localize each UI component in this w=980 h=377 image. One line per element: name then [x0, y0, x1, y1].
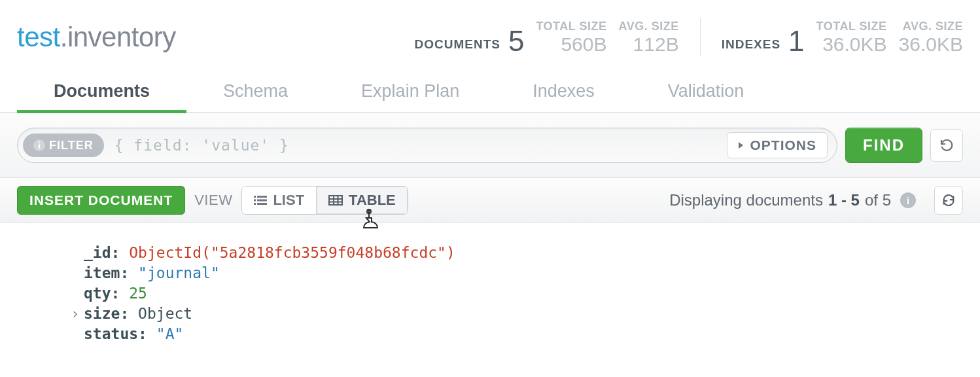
view-label: VIEW: [194, 192, 232, 209]
svg-rect-2: [39, 142, 40, 143]
documents-avg-size: 112B: [633, 33, 679, 56]
info-icon: [33, 139, 45, 151]
doc-field-id[interactable]: _id: ObjectId("5a2818fcb3559f048b68fcdc"…: [84, 243, 980, 263]
tab-indexes[interactable]: Indexes: [496, 73, 631, 112]
info-icon[interactable]: i: [900, 192, 916, 208]
collection-title: test.inventory: [17, 22, 176, 53]
svg-rect-9: [329, 196, 342, 205]
doc-field-qty[interactable]: qty: 25: [84, 283, 980, 304]
reset-button[interactable]: [930, 129, 963, 162]
caret-right-icon: [738, 141, 744, 149]
view-toggle: LIST TABLE: [241, 186, 408, 215]
pagination: Displaying documents 1 - 5 of 5 i: [669, 186, 963, 215]
insert-document-button[interactable]: INSERT DOCUMENT: [17, 186, 185, 215]
list-icon: [254, 195, 267, 206]
collection-name: inventory: [67, 22, 176, 52]
tab-validation[interactable]: Validation: [631, 73, 781, 112]
refresh-icon: [941, 193, 956, 207]
refresh-button[interactable]: [934, 186, 963, 215]
svg-rect-8: [257, 203, 267, 205]
filter-placeholder: { field: 'value' }: [114, 137, 289, 154]
find-button[interactable]: FIND: [845, 128, 922, 163]
options-button[interactable]: OPTIONS: [727, 132, 828, 158]
svg-rect-1: [39, 144, 40, 149]
tab-schema[interactable]: Schema: [186, 73, 324, 112]
svg-rect-3: [254, 196, 256, 198]
doc-field-status[interactable]: status: "A": [84, 324, 980, 344]
list-view-button[interactable]: LIST: [242, 187, 316, 214]
indexes-total-size: 36.0KB: [822, 33, 886, 56]
table-icon: [328, 195, 343, 206]
chevron-right-icon[interactable]: ›: [71, 304, 84, 324]
documents-stat: DOCUMENTS 5 TOTAL SIZE 560B AVG. SIZE 11…: [415, 20, 679, 56]
db-name: test: [17, 22, 60, 52]
indexes-stat: INDEXES 1 TOTAL SIZE 36.0KB AVG. SIZE 36…: [722, 20, 963, 56]
table-view-button[interactable]: TABLE: [316, 187, 408, 214]
indexes-avg-size: 36.0KB: [899, 33, 963, 56]
tab-explain-plan[interactable]: Explain Plan: [324, 73, 496, 112]
indexes-count: 1: [788, 27, 804, 56]
svg-rect-7: [254, 203, 256, 205]
doc-field-item[interactable]: item: "journal": [84, 263, 980, 283]
history-icon: [939, 137, 954, 153]
svg-rect-5: [254, 200, 256, 202]
svg-rect-4: [257, 196, 267, 198]
documents-stat-label: DOCUMENTS: [415, 37, 500, 56]
tab-documents[interactable]: Documents: [17, 73, 186, 112]
filter-input[interactable]: FILTER { field: 'value' } OPTIONS: [17, 128, 837, 163]
documents-count: 5: [508, 27, 524, 56]
svg-rect-6: [257, 200, 267, 202]
filter-badge: FILTER: [23, 134, 104, 157]
stats-divider: [700, 18, 701, 56]
doc-field-size[interactable]: ›size: Object: [84, 304, 980, 324]
document-list: _id: ObjectId("5a2818fcb3559f048b68fcdc"…: [0, 223, 980, 344]
documents-total-size: 560B: [561, 33, 606, 56]
tabs: Documents Schema Explain Plan Indexes Va…: [0, 73, 980, 113]
